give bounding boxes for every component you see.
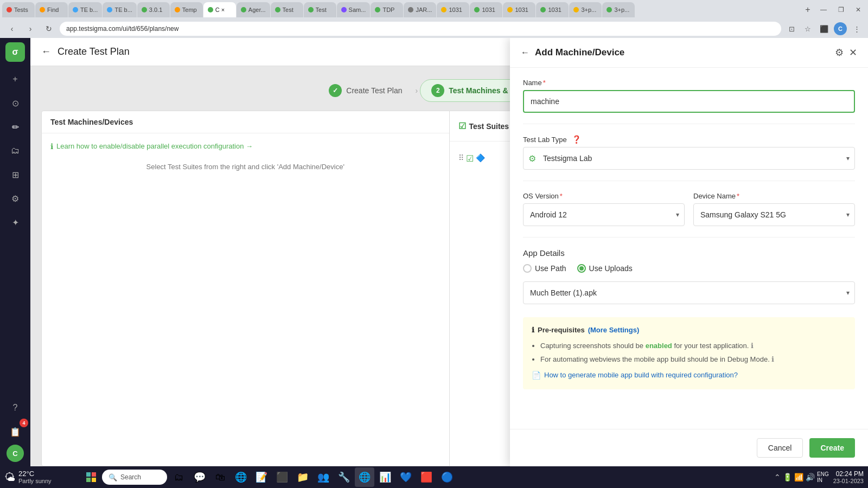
sidebar-edit-btn[interactable]: ✏: [4, 116, 26, 138]
divider-3: [523, 237, 855, 237]
taskbar-teams-app[interactable]: 👥: [314, 467, 333, 487]
cancel-button[interactable]: Cancel: [757, 438, 803, 458]
taskbar-chat-app[interactable]: 💬: [190, 467, 209, 487]
suite-checkbox-1[interactable]: ☑: [466, 153, 474, 164]
app-source-radio-group: Use Path Use Uploads: [523, 264, 855, 273]
browser-tab[interactable]: JAR...: [404, 2, 436, 17]
reload-nav[interactable]: ↻: [41, 21, 56, 36]
profile-icon[interactable]: C: [833, 22, 847, 36]
step-1[interactable]: ✓ Create Test Plan: [318, 80, 413, 101]
browser-tab[interactable]: Test: [304, 2, 336, 17]
browser-tab[interactable]: Ager...: [237, 2, 270, 17]
taskbar-battery-icon[interactable]: 🔋: [783, 473, 792, 481]
browser-tab[interactable]: 3+p...: [569, 2, 602, 17]
info-icon: ℹ: [50, 142, 53, 151]
panel-settings-icon[interactable]: ⚙: [835, 47, 844, 59]
device-name-select[interactable]: Samsung Galaxy S21 5G: [693, 203, 855, 226]
app-select[interactable]: Much Better (1).apk: [523, 281, 855, 304]
taskbar-explorer-app[interactable]: 📁: [293, 467, 312, 487]
browser-tab[interactable]: Test: [271, 2, 303, 17]
use-path-option[interactable]: Use Path: [523, 264, 566, 273]
back-nav[interactable]: ‹: [4, 21, 20, 36]
forward-nav[interactable]: ›: [23, 21, 38, 36]
panel-back-button[interactable]: ←: [521, 48, 529, 57]
sidebar-help-btn[interactable]: ?: [4, 397, 26, 419]
sidebar-briefcase-btn[interactable]: 🗂: [4, 140, 26, 162]
browser-tab[interactable]: 1031: [470, 2, 502, 17]
taskbar-lang[interactable]: ENGIN: [817, 471, 829, 483]
taskbar-weather[interactable]: 🌤 22°C Partly sunny: [4, 470, 80, 485]
browser-tab[interactable]: TE b...: [68, 2, 102, 17]
name-input[interactable]: [523, 90, 855, 113]
sidebar-grid-btn[interactable]: ⊞: [4, 164, 26, 185]
test-lab-help-icon[interactable]: ❓: [572, 135, 581, 144]
address-input[interactable]: [60, 22, 781, 36]
panel-footer: Cancel Create: [510, 429, 868, 466]
more-icon[interactable]: ⋮: [850, 22, 864, 36]
taskbar-chrome-app[interactable]: 🌐: [355, 467, 374, 487]
prereq-item-1: Capturing screenshots should be enabled …: [540, 341, 846, 352]
browser-tab[interactable]: Sam...: [337, 2, 371, 17]
test-lab-select[interactable]: Testsigma Lab: [523, 147, 855, 170]
taskbar-time[interactable]: 02:24 PM 23-01-2023: [833, 470, 864, 484]
suite-checkbox[interactable]: ☑: [458, 121, 466, 131]
extensions-icon[interactable]: ⬛: [817, 22, 831, 36]
browser-tab[interactable]: Temp: [170, 2, 203, 17]
browser-tab[interactable]: C ×: [203, 2, 236, 17]
suite-color-icon: 🔷: [476, 153, 485, 164]
os-version-select[interactable]: Android 12: [523, 203, 685, 226]
taskbar-vscode-app[interactable]: 💙: [396, 467, 416, 487]
app-logo[interactable]: σ: [5, 42, 25, 62]
browser-tab[interactable]: TE b...: [103, 2, 136, 17]
back-button[interactable]: ←: [41, 46, 51, 57]
start-button[interactable]: [82, 468, 100, 486]
use-path-radio[interactable]: [523, 264, 532, 273]
taskbar-word-app[interactable]: 📝: [252, 467, 271, 487]
profile-avatar[interactable]: C: [834, 22, 847, 35]
panel-close-button[interactable]: ✕: [849, 47, 857, 59]
more-settings-link[interactable]: (More Settings): [588, 325, 640, 336]
screen-cast-icon[interactable]: ⊡: [784, 22, 799, 36]
browser-tab[interactable]: 1031: [536, 2, 569, 17]
tab-minimize[interactable]: —: [816, 2, 831, 17]
sidebar-add-btn[interactable]: +: [4, 68, 26, 90]
taskbar-office-app[interactable]: 📊: [375, 467, 395, 487]
browser-tab[interactable]: 1031: [503, 2, 535, 17]
taskbar-terminal-app[interactable]: ⬛: [272, 467, 292, 487]
browser-tab[interactable]: 1031: [437, 2, 469, 17]
taskbar-store-app[interactable]: 🛍: [210, 467, 230, 487]
test-machines-panel: Test Machines/Devices ℹ Learn how to ena…: [42, 111, 450, 466]
sidebar-dashboard-btn[interactable]: ⊙: [4, 92, 26, 114]
use-uploads-radio[interactable]: [577, 264, 586, 273]
user-avatar[interactable]: C: [7, 445, 24, 462]
bookmark-icon[interactable]: ☆: [801, 22, 815, 36]
taskbar-edge-app[interactable]: 🌐: [231, 467, 251, 487]
create-button[interactable]: Create: [809, 438, 855, 458]
taskbar-arrow-icon[interactable]: ⌃: [774, 473, 781, 481]
browser-tab[interactable]: Find: [35, 2, 68, 17]
browser-tab[interactable]: Tests: [2, 2, 35, 17]
use-uploads-option[interactable]: Use Uploads: [577, 264, 633, 273]
taskbar-search[interactable]: 🔍 Search: [102, 470, 167, 485]
taskbar-volume-icon[interactable]: 🔊: [806, 473, 815, 481]
parallel-execution-link[interactable]: Learn how to enable/disable parallel exe…: [56, 142, 253, 150]
taskbar-wifi-icon[interactable]: 📶: [794, 473, 803, 481]
page-title: Create Test Plan: [58, 46, 130, 57]
browser-tab[interactable]: 3+p...: [602, 2, 635, 17]
prereq-help-1[interactable]: ℹ: [751, 342, 754, 350]
drag-icon[interactable]: ⠿: [458, 153, 464, 164]
sidebar-settings-btn[interactable]: ⚙: [4, 188, 26, 209]
tab-close[interactable]: ✕: [851, 2, 866, 17]
browser-tab[interactable]: TDP: [371, 2, 403, 17]
browser-tab[interactable]: 3.0.1: [137, 2, 170, 17]
taskbar-dev-tools-app[interactable]: 🔧: [334, 467, 354, 487]
new-tab-button[interactable]: +: [800, 2, 815, 17]
notification-badge-wrapper[interactable]: 📋 4: [4, 421, 26, 442]
prereq-help-2[interactable]: ℹ: [771, 355, 774, 363]
how-to-link[interactable]: 📄 How to generate mobile app build with …: [532, 369, 846, 381]
taskbar-files-app[interactable]: 🗂: [169, 467, 189, 487]
tab-maximize[interactable]: ❐: [833, 2, 848, 17]
sidebar-star-btn[interactable]: ✦: [4, 211, 26, 233]
taskbar-lens-app[interactable]: 🔵: [437, 467, 457, 487]
taskbar-intellij-app[interactable]: 🟥: [417, 467, 436, 487]
